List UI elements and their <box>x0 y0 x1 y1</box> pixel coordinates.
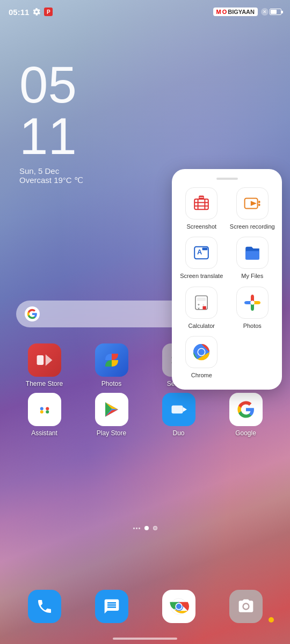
battery-fill <box>271 10 277 14</box>
popup-photos-icon-wrap <box>236 287 269 319</box>
popup-item-photos[interactable]: Photos <box>229 287 276 330</box>
dot-indicators <box>0 526 290 530</box>
app-item-assistant[interactable]: Assistant <box>11 393 78 437</box>
svg-rect-26 <box>197 297 206 301</box>
dot-active <box>144 526 149 530</box>
screen-translate-icon-wrap: A <box>185 237 218 269</box>
clock-hour: 05 <box>19 59 83 111</box>
mobigyaan-logo: MOBIGYAAN <box>213 8 258 16</box>
svg-text:A: A <box>197 248 202 256</box>
notification-icon: P <box>44 8 53 16</box>
dock-item-messages[interactable] <box>78 590 145 623</box>
svg-rect-29 <box>203 306 206 309</box>
svg-point-5 <box>40 411 43 414</box>
theme-store-label: Theme Store <box>26 380 63 387</box>
battery-area: ✕ <box>261 8 281 16</box>
svg-rect-24 <box>245 251 259 260</box>
chrome-dock-icon <box>162 590 195 623</box>
svg-point-2 <box>37 401 53 418</box>
svg-point-4 <box>46 407 49 411</box>
play-store-icon <box>95 393 128 426</box>
svg-rect-0 <box>37 355 44 365</box>
clock-minute: 11 <box>19 111 83 162</box>
svg-rect-13 <box>194 199 208 209</box>
popup-photos-label: Photos <box>243 322 262 330</box>
messages-icon <box>95 590 128 623</box>
x-button: ✕ <box>261 8 269 16</box>
status-bar-right: MOBIGYAAN ✕ <box>213 8 281 16</box>
home-indicator <box>113 638 177 640</box>
status-bar: 05:11 P MOBIGYAAN ✕ <box>0 0 290 24</box>
my-files-icon-wrap <box>236 237 269 269</box>
clock-weather: Overcast 19°C ℃ <box>19 175 83 185</box>
assistant-icon <box>28 393 61 426</box>
duo-icon <box>162 393 195 426</box>
photos-icon <box>95 343 128 377</box>
screen-recording-label: Screen recording <box>230 223 275 230</box>
duo-label: Duo <box>172 429 184 437</box>
dot-line-2 <box>136 528 137 529</box>
weather-text: Overcast 19°C ℃ <box>19 175 83 185</box>
svg-point-33 <box>198 349 205 355</box>
screen-recording-icon-wrap <box>236 187 269 219</box>
battery-icon <box>270 9 281 15</box>
svg-marker-1 <box>45 354 52 366</box>
camera-icon <box>229 590 263 623</box>
svg-rect-20 <box>258 204 260 206</box>
dock-item-chrome[interactable] <box>145 590 212 623</box>
svg-rect-19 <box>258 201 260 203</box>
svg-point-6 <box>46 411 49 414</box>
svg-rect-23 <box>202 248 208 251</box>
app-item-duo[interactable]: Duo <box>145 393 212 437</box>
popup-item-screenshot[interactable]: Screenshot <box>178 187 225 230</box>
svg-marker-8 <box>183 407 187 412</box>
clock-area: 05 11 Sun, 5 Dec Overcast 19°C ℃ <box>19 59 83 185</box>
popup-item-my-files[interactable]: My Files <box>229 237 276 280</box>
phone-icon <box>28 590 61 623</box>
google-label: Google <box>235 429 256 437</box>
screen-translate-label: Screen translate <box>180 272 223 280</box>
play-store-label: Play Store <box>97 429 126 437</box>
svg-point-30 <box>250 301 255 305</box>
my-files-label: My Files <box>241 272 263 280</box>
chrome-label: Chrome <box>191 371 212 379</box>
popup-item-chrome[interactable]: Chrome <box>178 336 225 379</box>
popup-grid: Screenshot Screen recording A <box>178 187 276 379</box>
popup-handle <box>216 178 238 180</box>
dock-item-phone[interactable] <box>11 590 78 623</box>
status-bar-left: 05:11 P <box>9 8 53 17</box>
app-item-photos[interactable]: Photos <box>78 343 145 387</box>
status-time: 05:11 <box>9 8 29 17</box>
theme-store-icon <box>28 343 61 377</box>
popup-item-calculator[interactable]: + - × Calculator <box>178 287 225 330</box>
svg-marker-18 <box>251 201 257 206</box>
app-item-google[interactable]: Google <box>212 393 279 437</box>
dot-line-1 <box>133 528 135 529</box>
app-item-theme-store[interactable]: Theme Store <box>11 343 78 387</box>
photos-label: Photos <box>102 380 121 387</box>
popup-card: Screenshot Screen recording A <box>172 169 282 390</box>
screenshot-icon-wrap <box>185 187 218 219</box>
assistant-label: Assistant <box>31 429 57 437</box>
gear-icon <box>32 8 41 16</box>
dot-inactive <box>153 526 157 530</box>
screenshot-label: Screenshot <box>186 223 216 230</box>
popup-item-screen-translate[interactable]: A Screen translate <box>178 237 225 280</box>
dot-line-3 <box>139 528 140 529</box>
svg-text:×: × <box>198 305 200 310</box>
calculator-label: Calculator <box>188 322 215 330</box>
dot-lines <box>133 528 140 529</box>
bottom-dock <box>11 585 279 628</box>
dock-item-camera[interactable] <box>212 590 279 623</box>
calculator-icon-wrap: + - × <box>185 287 218 319</box>
clock-date: Sun, 5 Dec <box>19 166 83 175</box>
google-g-icon <box>25 306 40 321</box>
svg-point-12 <box>176 604 182 609</box>
popup-chrome-icon-wrap <box>185 336 218 368</box>
svg-rect-7 <box>171 406 183 414</box>
popup-item-screen-recording[interactable]: Screen recording <box>229 187 276 230</box>
app-item-play-store[interactable]: Play Store <box>78 393 145 437</box>
google-icon <box>229 393 263 426</box>
svg-point-3 <box>40 407 43 411</box>
